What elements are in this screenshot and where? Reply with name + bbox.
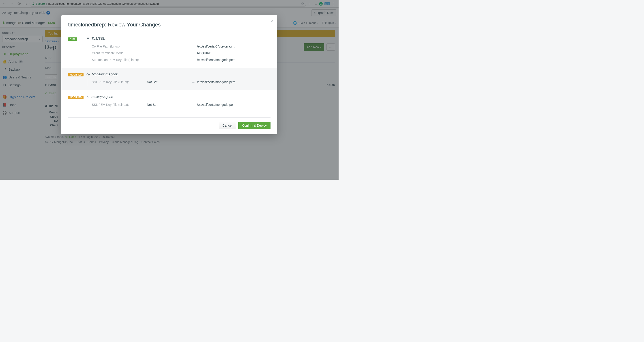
svg-rect-0: [87, 38, 89, 40]
tag-modified: MODIFIED: [68, 96, 84, 99]
cancel-button[interactable]: Cancel: [219, 122, 236, 129]
tag-modified: MODIFIED: [68, 73, 84, 76]
prop-row: Client Certificate Mode: REQUIRE: [87, 50, 270, 57]
modal-overlay: × timeclonedbrep: Review Your Changes NE…: [0, 0, 338, 180]
section-heading: Backup Agent:: [86, 95, 270, 99]
prop-row: Automation PEM Key File (Linux): /etc/ss…: [87, 57, 270, 63]
arrow-right-icon: →: [192, 103, 197, 107]
prop-row: SSL PEM Key File (Linux): Not Set → /etc…: [87, 101, 270, 109]
arrow-right-icon: →: [192, 80, 197, 84]
prop-row: CA File Path (Linux): /etc/ssl/certs/CA.…: [87, 43, 270, 50]
modal-footer: Cancel Confirm & Deploy: [68, 117, 270, 129]
section-heading: TLS/SSL:: [86, 37, 270, 40]
close-icon[interactable]: ×: [270, 18, 273, 24]
review-changes-modal: × timeclonedbrep: Review Your Changes NE…: [61, 15, 277, 134]
history-icon: [86, 95, 90, 98]
section-heading: Monitoring Agent:: [86, 72, 270, 76]
pulse-icon: [86, 72, 90, 76]
tag-new: NEW: [68, 38, 77, 41]
section-monitoring: MODIFIED Monitoring Agent: SSL PEM Key F…: [61, 68, 277, 90]
modal-title: timeclonedbrep: Review Your Changes: [68, 22, 270, 32]
section-backup: MODIFIED Backup Agent: SSL PEM Key File …: [68, 90, 270, 113]
prop-row: SSL PEM Key File (Linux): Not Set → /etc…: [87, 79, 270, 86]
confirm-deploy-button[interactable]: Confirm & Deploy: [238, 122, 270, 129]
section-tlsssl: NEW TLS/SSL: CA File Path (Linux): /etc/…: [68, 32, 270, 68]
ssl-icon: [86, 37, 90, 40]
